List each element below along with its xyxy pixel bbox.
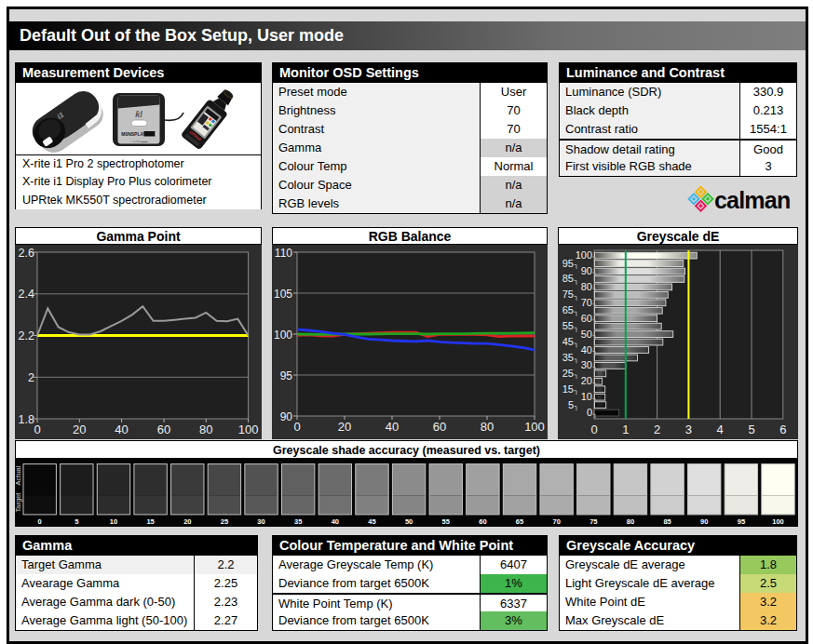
svg-text:80: 80: [581, 281, 592, 292]
svg-text:95: 95: [562, 258, 574, 269]
svg-text:40: 40: [332, 517, 339, 526]
svg-text:100: 100: [772, 517, 784, 526]
svg-text:0: 0: [587, 407, 592, 418]
svg-text:25: 25: [562, 368, 574, 379]
svg-text:2.2: 2.2: [19, 329, 34, 342]
svg-text:0: 0: [293, 420, 300, 434]
svg-text:90: 90: [700, 517, 708, 526]
svg-text:55: 55: [442, 517, 450, 526]
svg-text:70: 70: [553, 517, 561, 526]
svg-text:100: 100: [576, 249, 592, 261]
svg-text:20: 20: [581, 375, 592, 386]
svg-text:2.6: 2.6: [19, 247, 34, 260]
svg-text:30: 30: [581, 359, 592, 370]
svg-text:calman: calman: [714, 187, 790, 213]
svg-text:RGB Balance: RGB Balance: [369, 229, 452, 244]
svg-text:95: 95: [738, 517, 745, 526]
svg-text:100: 100: [274, 329, 292, 342]
svg-text:Greyscale dE: Greyscale dE: [637, 229, 720, 244]
svg-text:10: 10: [581, 391, 592, 402]
svg-text:Gamma Point: Gamma Point: [96, 229, 181, 244]
svg-text:45: 45: [368, 517, 375, 526]
svg-text:0: 0: [38, 517, 42, 526]
svg-text:35: 35: [294, 517, 302, 526]
svg-text:85: 85: [562, 273, 574, 284]
svg-text:90: 90: [581, 265, 592, 276]
svg-text:1.8: 1.8: [19, 413, 34, 426]
svg-text:30: 30: [257, 517, 264, 526]
svg-text:0: 0: [34, 423, 40, 436]
svg-text:75: 75: [562, 288, 574, 300]
svg-text:○ x-rite ▬▬: ○ x-rite ▬▬: [130, 140, 148, 143]
svg-text:35: 35: [562, 352, 574, 363]
svg-text:Greyscale shade accuracy (meas: Greyscale shade accuracy (measured vs. t…: [273, 444, 540, 457]
svg-text:75: 75: [589, 517, 597, 526]
svg-text:25: 25: [221, 517, 228, 526]
svg-text:20: 20: [338, 420, 351, 434]
svg-text:0: 0: [590, 423, 597, 436]
svg-text:100: 100: [524, 420, 545, 434]
svg-text:ƙl: ƙl: [135, 110, 142, 119]
svg-text:Actual: Actual: [15, 465, 22, 485]
svg-text:60: 60: [157, 423, 170, 436]
svg-text:80: 80: [481, 420, 494, 434]
svg-text:10: 10: [110, 517, 117, 526]
svg-text:60: 60: [433, 420, 446, 434]
svg-text:85: 85: [663, 517, 671, 526]
svg-text:15: 15: [146, 517, 154, 526]
svg-text:105: 105: [274, 288, 292, 301]
svg-text:65: 65: [562, 304, 574, 315]
svg-text:2.4: 2.4: [19, 288, 34, 301]
svg-text:15: 15: [562, 383, 574, 395]
svg-text:100: 100: [238, 423, 259, 436]
svg-text:50: 50: [581, 329, 592, 340]
svg-text:5: 5: [568, 399, 574, 410]
svg-text:20: 20: [183, 517, 191, 526]
svg-text:110: 110: [275, 247, 292, 260]
svg-text:4: 4: [717, 423, 724, 436]
svg-text:2: 2: [654, 423, 660, 436]
svg-text:40: 40: [581, 344, 592, 356]
svg-text:60: 60: [479, 517, 486, 526]
svg-text:5: 5: [748, 423, 754, 436]
svg-text:40: 40: [386, 420, 399, 434]
svg-text:40: 40: [115, 423, 128, 436]
svg-text:55: 55: [562, 320, 574, 331]
svg-text:50: 50: [405, 517, 413, 526]
svg-text:5: 5: [75, 517, 78, 526]
svg-text:90: 90: [280, 410, 293, 423]
svg-text:60: 60: [581, 313, 592, 324]
svg-text:Target: Target: [15, 492, 22, 513]
svg-text:80: 80: [627, 517, 634, 526]
svg-text:1: 1: [622, 423, 629, 436]
svg-text:95: 95: [280, 369, 293, 382]
svg-text:80: 80: [199, 423, 212, 436]
svg-text:45: 45: [562, 336, 574, 347]
svg-text:20: 20: [73, 423, 86, 436]
svg-text:6: 6: [779, 423, 786, 436]
svg-text:3: 3: [685, 423, 692, 436]
svg-text:65: 65: [516, 517, 523, 526]
svg-text:70: 70: [581, 297, 592, 308]
svg-text:2: 2: [28, 371, 34, 384]
